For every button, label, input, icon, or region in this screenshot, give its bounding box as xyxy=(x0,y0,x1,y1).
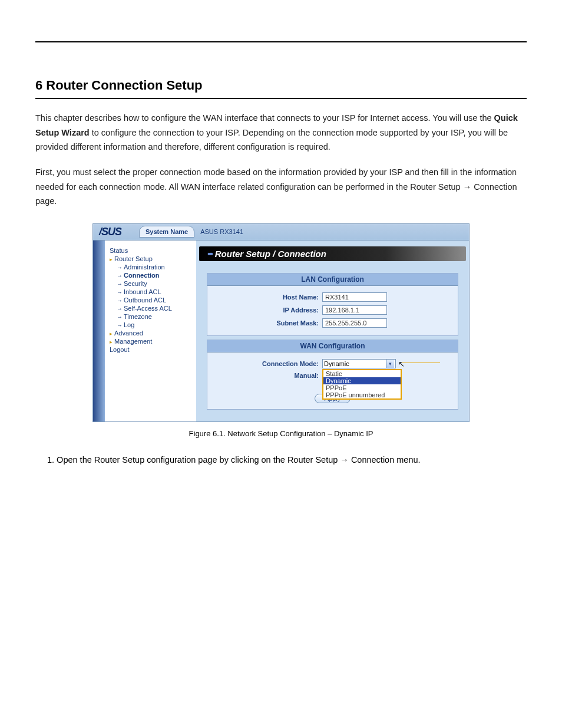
nav-administration[interactable]: Administration xyxy=(110,263,191,271)
side-gutter xyxy=(93,241,105,421)
callout-line xyxy=(402,363,440,363)
section-rule xyxy=(35,98,527,99)
nav-inbound-acl[interactable]: Inbound ACL xyxy=(110,288,191,296)
connection-mode-select[interactable]: Dynamic ▾ ↖ Static Dynamic PPPoE PPPoE u… xyxy=(322,359,396,368)
nav-sidebar: Status Router Setup Administration Conne… xyxy=(105,241,196,421)
wan-header: WAN Configuration xyxy=(207,340,458,353)
subnet-mask-input[interactable] xyxy=(322,318,387,328)
topbar: /SUS System Name ASUS RX3141 xyxy=(93,224,469,241)
figure-caption: Figure 6.1. Network Setup Configuration … xyxy=(35,429,527,438)
connection-mode-label: Connection Mode: xyxy=(207,360,322,367)
nav-status[interactable]: Status xyxy=(110,246,191,255)
nav-security[interactable]: Security xyxy=(110,279,191,288)
connection-mode-dropdown[interactable]: Static Dynamic PPPoE PPPoE unnumbered xyxy=(322,369,402,400)
router-admin-screenshot: /SUS System Name ASUS RX3141 Status Rout… xyxy=(92,223,470,422)
option-dynamic[interactable]: Dynamic xyxy=(323,377,401,384)
page-title-text: Router Setup / Connection xyxy=(215,249,326,259)
nav-self-access-acl[interactable]: Self-Access ACL xyxy=(110,304,191,312)
p2-arrow: → xyxy=(463,182,472,192)
connection-mode-value: Dynamic xyxy=(324,360,349,367)
nav-connection[interactable]: Connection xyxy=(110,271,191,279)
page-title-bar: •••Router Setup / Connection xyxy=(199,246,466,261)
nav-management[interactable]: Management xyxy=(110,337,191,345)
nav-logout[interactable]: Logout xyxy=(110,345,191,354)
wan-panel: WAN Configuration Connection Mode: Dynam… xyxy=(207,340,458,410)
system-name-value: ASUS RX3141 xyxy=(194,228,249,235)
main-panel: •••Router Setup / Connection LAN Configu… xyxy=(196,241,469,421)
nav-timezone[interactable]: Timezone xyxy=(110,312,191,321)
nav-log[interactable]: Log xyxy=(110,321,191,329)
chevron-down-icon: ▾ xyxy=(386,360,394,368)
option-static[interactable]: Static xyxy=(323,370,401,377)
cursor-icon: ↖ xyxy=(398,360,405,368)
nav-outbound-acl[interactable]: Outbound ACL xyxy=(110,296,191,304)
option-pppoe-unnumbered[interactable]: PPPoE unnumbered xyxy=(323,391,401,398)
nav-router-setup[interactable]: Router Setup xyxy=(110,255,191,263)
option-pppoe[interactable]: PPPoE xyxy=(323,384,401,391)
p1-a: This chapter describes how to configure … xyxy=(35,113,494,123)
intro-paragraph-1: This chapter describes how to configure … xyxy=(35,111,527,154)
intro-paragraph-2: First, you must select the proper connec… xyxy=(35,165,527,209)
lan-panel: LAN Configuration Host Name: IP Address: xyxy=(207,273,458,336)
section-heading: 6 Router Connection Setup xyxy=(35,78,527,93)
p2-a: First, you must select the proper connec… xyxy=(35,167,517,192)
title-bullets-icon: ••• xyxy=(207,249,211,259)
p1-b: to configure the connection to your ISP.… xyxy=(35,128,508,152)
subnet-mask-label: Subnet Mask: xyxy=(207,319,322,327)
host-name-label: Host Name: xyxy=(207,294,322,301)
page-top-rule xyxy=(35,41,527,42)
step-1: 1. Open the Router Setup configuration p… xyxy=(35,453,527,467)
manual-label: Manual: xyxy=(207,372,322,379)
host-name-input[interactable] xyxy=(322,292,387,302)
ip-address-label: IP Address: xyxy=(207,307,322,314)
system-name-label: System Name xyxy=(139,226,194,238)
asus-logo: /SUS xyxy=(93,226,127,238)
ip-address-input[interactable] xyxy=(322,305,387,315)
nav-advanced[interactable]: Advanced xyxy=(110,329,191,337)
lan-header: LAN Configuration xyxy=(207,274,458,286)
